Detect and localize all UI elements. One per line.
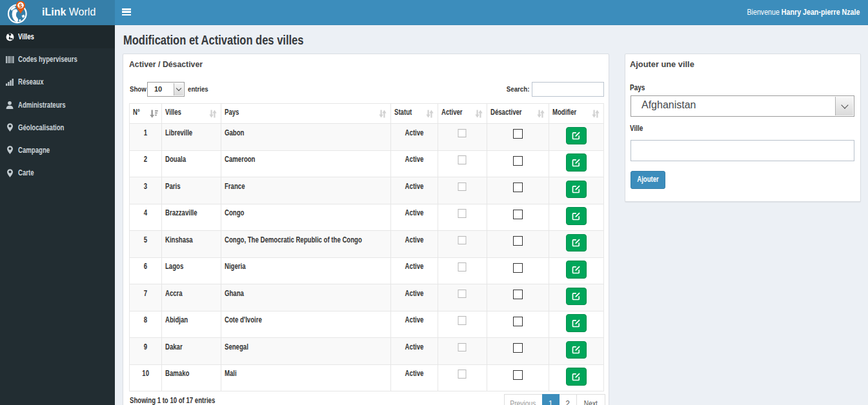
- svg-text:$: $: [19, 2, 23, 9]
